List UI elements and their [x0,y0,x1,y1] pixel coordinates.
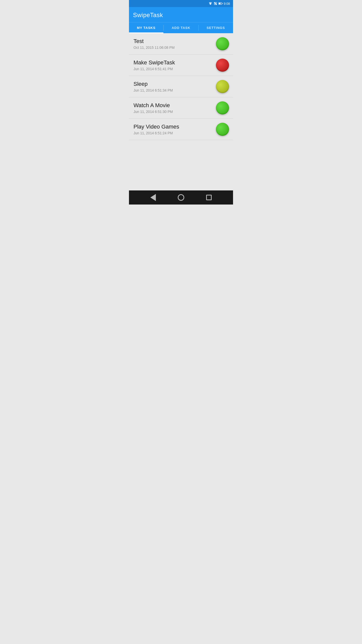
tab-add-task[interactable]: ADD TASK [164,22,198,33]
wifi-icon [208,2,212,5]
status-icons: 9:08 [208,2,230,6]
task-item[interactable]: Play Video Games Jun 11, 2014 6:51:24 PM [129,119,233,140]
task-list: Test Oct 11, 2015 11:06:08 PM Make Swipe… [129,33,233,140]
app-header: SwipeTask [129,7,233,22]
back-icon [150,194,156,201]
tab-settings[interactable]: SETTINGS [199,22,233,33]
svg-rect-5 [219,3,220,4]
task-item[interactable]: Sleep Jun 11, 2014 6:51:34 PM [129,76,233,97]
task-date: Jun 11, 2014 6:51:30 PM [133,110,213,114]
task-name: Test [133,38,213,45]
empty-content-area [129,140,233,190]
recents-button[interactable] [204,193,213,202]
app-title: SwipeTask [133,12,229,19]
task-date: Jun 11, 2014 6:51:24 PM [133,131,213,135]
task-name: Make SwipeTask [133,59,213,66]
task-item[interactable]: Make SwipeTask Jun 11, 2014 6:51:41 PM [129,55,233,76]
task-name: Watch A Movie [133,102,213,109]
task-item[interactable]: Test Oct 11, 2015 11:06:08 PM [129,33,233,55]
svg-rect-4 [222,3,222,4]
home-icon [178,194,184,201]
task-date: Oct 11, 2015 11:06:08 PM [133,46,213,50]
tab-my-tasks[interactable]: MY TASKS [129,22,163,33]
task-info: Sleep Jun 11, 2014 6:51:34 PM [133,81,213,92]
task-status-indicator [216,59,229,72]
task-status-indicator [216,101,229,114]
task-date: Jun 11, 2014 6:51:41 PM [133,67,213,71]
signal-icon [214,2,217,5]
back-button[interactable] [149,193,158,202]
bottom-nav-bar [129,190,233,205]
task-info: Make SwipeTask Jun 11, 2014 6:51:41 PM [133,59,213,71]
task-name: Sleep [133,81,213,87]
status-time: 9:08 [224,2,230,6]
task-status-indicator [216,37,229,50]
task-info: Test Oct 11, 2015 11:06:08 PM [133,38,213,50]
task-info: Play Video Games Jun 11, 2014 6:51:24 PM [133,124,213,135]
recents-icon [206,195,212,200]
home-button[interactable] [176,193,186,202]
task-name: Play Video Games [133,124,213,130]
tab-bar: MY TASKS ADD TASK SETTINGS [129,22,233,33]
task-status-indicator [216,123,229,136]
battery-icon [218,2,222,5]
status-bar: 9:08 [129,0,233,7]
task-status-indicator [216,80,229,93]
task-date: Jun 11, 2014 6:51:34 PM [133,88,213,92]
task-info: Watch A Movie Jun 11, 2014 6:51:30 PM [133,102,213,114]
task-item[interactable]: Watch A Movie Jun 11, 2014 6:51:30 PM [129,97,233,119]
